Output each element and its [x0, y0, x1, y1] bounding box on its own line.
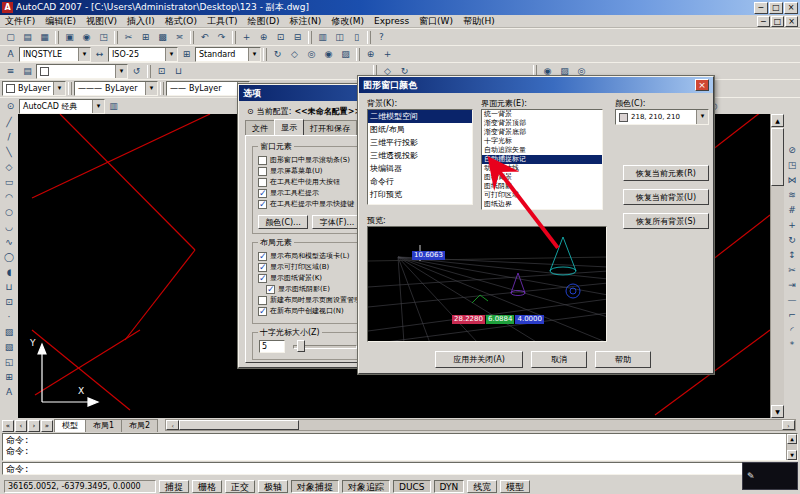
menu-file[interactable]: 文件(F): [0, 15, 40, 28]
table-style-icon[interactable]: ⊞: [178, 47, 195, 62]
make-block-icon[interactable]: ⊡: [153, 64, 170, 79]
offset-icon[interactable]: ≋: [784, 187, 800, 202]
list-item[interactable]: 自动追踪矢量: [482, 146, 602, 155]
named-views-icon[interactable]: ◇: [286, 47, 303, 62]
model-space-toggle[interactable]: 模型: [500, 480, 530, 493]
tab-model[interactable]: 模型: [54, 419, 86, 432]
undo-icon[interactable]: ↶: [196, 30, 213, 45]
slider-thumb[interactable]: [297, 340, 305, 352]
zoom-icon[interactable]: ⊕: [362, 47, 379, 62]
checkbox[interactable]: [258, 189, 267, 198]
fonts-button[interactable]: 字体(F)...: [312, 215, 362, 229]
zoom-window-icon[interactable]: ⊡: [272, 30, 289, 45]
grid-toggle[interactable]: 栅格: [192, 480, 222, 493]
zoom-realtime-icon[interactable]: ⊕: [255, 30, 272, 45]
minimize-button[interactable]: ─: [754, 2, 768, 14]
paste-icon[interactable]: ▩: [154, 30, 171, 45]
rotate-icon[interactable]: ↻: [784, 232, 800, 247]
tab-files[interactable]: 文件: [245, 120, 275, 135]
publish-icon[interactable]: ◳: [95, 30, 112, 45]
chevron-down-icon[interactable]: ▾: [78, 48, 90, 61]
scroll-up-icon[interactable]: ▲: [771, 114, 784, 127]
canvas-horizontal-scrollbar[interactable]: ‹ ›: [165, 419, 796, 431]
scroll-thumb[interactable]: [179, 420, 299, 430]
checkbox[interactable]: [258, 200, 267, 209]
list-item[interactable]: 图纸边界: [482, 200, 602, 209]
pan-icon[interactable]: +: [238, 30, 255, 45]
plot-preview-icon[interactable]: ◉: [78, 30, 95, 45]
scroll-thumb[interactable]: [771, 128, 784, 186]
mirror-icon[interactable]: ⋈: [784, 172, 800, 187]
menu-draw[interactable]: 绘图(D): [242, 15, 284, 28]
list-item[interactable]: 可打印区域: [482, 191, 602, 200]
checkbox[interactable]: [258, 307, 267, 316]
color-combo[interactable]: 218, 210, 210 ▾: [615, 109, 709, 125]
extend-icon[interactable]: ⇥: [784, 277, 800, 292]
scroll-up-icon[interactable]: ▲: [787, 434, 797, 444]
point-icon[interactable]: ·: [1, 309, 18, 324]
menu-help[interactable]: 帮助(H): [458, 15, 500, 28]
text-style-combo[interactable]: INQSTYLE ▾: [19, 47, 91, 62]
mtext-icon[interactable]: A: [1, 384, 18, 399]
rectangle-icon[interactable]: ▭: [1, 174, 18, 189]
checkbox[interactable]: [258, 178, 267, 187]
canvas-vertical-scrollbar[interactable]: ▲ ▼: [770, 114, 784, 418]
orbit-icon[interactable]: ↻: [269, 47, 286, 62]
list-item[interactable]: 渐变背景顶部: [482, 119, 602, 128]
checkbox[interactable]: [266, 285, 275, 294]
polygon-icon[interactable]: ◇: [1, 159, 18, 174]
redo-icon[interactable]: ↷: [213, 30, 230, 45]
text-style-icon[interactable]: A: [2, 47, 19, 62]
ellipse-icon[interactable]: ◯: [1, 249, 18, 264]
dyn-toggle[interactable]: DYN: [434, 480, 465, 493]
layer-properties-icon[interactable]: ≡: [2, 64, 19, 79]
list-item[interactable]: 图纸背景: [482, 173, 602, 182]
checkbox[interactable]: [258, 296, 267, 305]
match-properties-icon[interactable]: ≍: [171, 30, 188, 45]
menu-insert[interactable]: 插入(I): [122, 15, 160, 28]
list-item[interactable]: 三维平行投影: [368, 136, 472, 149]
list-item[interactable]: 统一背景: [482, 110, 602, 119]
title-bar[interactable]: A AutoCAD 2007 - [C:\Users\Administrator…: [0, 0, 800, 15]
help-button[interactable]: 帮助: [595, 351, 651, 368]
chamfer-icon[interactable]: ⌐: [784, 307, 800, 322]
checkbox[interactable]: [258, 274, 267, 283]
tab-prev-icon[interactable]: ‹: [15, 420, 27, 432]
camera-icon[interactable]: ◎: [303, 47, 320, 62]
fillet-icon[interactable]: ◜: [784, 322, 800, 337]
construction-line-icon[interactable]: /: [1, 129, 18, 144]
color-control-combo[interactable]: ByLayer ▾: [2, 81, 66, 96]
move-icon[interactable]: +: [784, 217, 800, 232]
doc-minimize-button[interactable]: ─: [757, 16, 770, 27]
list-item[interactable]: 动态尺寸线: [482, 164, 602, 173]
trim-icon[interactable]: ✂: [784, 262, 800, 277]
apply-close-button[interactable]: 应用并关闭(A): [435, 351, 523, 368]
dim-style-combo[interactable]: ISO-25 ▾: [108, 47, 178, 62]
polyline-icon[interactable]: ╲: [1, 144, 18, 159]
insert-block-icon[interactable]: ⊔: [1, 279, 18, 294]
tab-display[interactable]: 显示: [274, 119, 304, 135]
background-list[interactable]: 二维模型空间 图纸/布局 三维平行投影 三维透视投影 块编辑器 命令行 打印预览: [367, 109, 473, 205]
dim-style-icon[interactable]: ↔: [91, 47, 108, 62]
ducs-toggle[interactable]: DUCS: [393, 480, 431, 493]
command-history[interactable]: 命令: 命令: ▲ ▼: [2, 433, 798, 461]
cut-icon[interactable]: ✂: [120, 30, 137, 45]
close-icon[interactable]: ×: [695, 79, 709, 91]
snap-toggle[interactable]: 捕捉: [159, 480, 189, 493]
menu-window[interactable]: 窗口(W): [414, 15, 458, 28]
otrack-toggle[interactable]: 对象追踪: [342, 480, 390, 493]
tab-first-icon[interactable]: «: [2, 420, 14, 432]
list-item[interactable]: 十字光标: [482, 137, 602, 146]
chevron-down-icon[interactable]: ▾: [145, 82, 157, 95]
osnap-toggle[interactable]: 对象捕捉: [291, 480, 339, 493]
render-icon[interactable]: ◉: [320, 47, 337, 62]
line-icon[interactable]: ╱: [1, 114, 18, 129]
restore-context-button[interactable]: 恢复当前背景(U): [623, 189, 709, 205]
list-item[interactable]: 二维模型空间: [368, 110, 472, 123]
polar-toggle[interactable]: 极轴: [258, 480, 288, 493]
chevron-down-icon[interactable]: ▾: [92, 100, 104, 113]
explode-icon[interactable]: *: [784, 337, 800, 352]
region-icon[interactable]: ◱: [1, 354, 18, 369]
scroll-right-icon[interactable]: ›: [782, 420, 795, 430]
scroll-down-icon[interactable]: ▼: [771, 405, 784, 418]
